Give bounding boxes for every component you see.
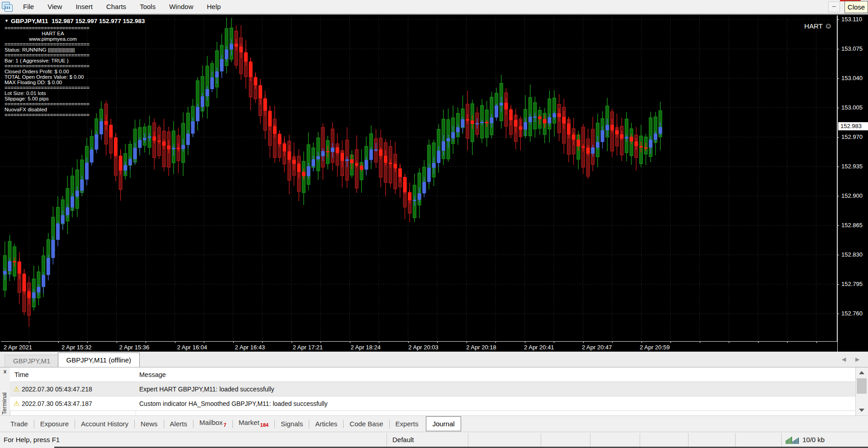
tab-badge: 7 (224, 422, 226, 428)
time-axis-label: 2 Apr 18:24 (350, 344, 381, 351)
time-axis-label: 2 Apr 16:04 (177, 344, 208, 351)
terminal-tab-account-history[interactable]: Account History (75, 418, 134, 430)
minimize-button[interactable]: – (828, 1, 840, 12)
tab-scroll-right-icon[interactable]: ▶ (855, 356, 859, 362)
connection-bars-icon (786, 436, 799, 445)
journal-row[interactable]: ⚠2022.07.30 05:43:47.187Custom indicator… (10, 396, 856, 411)
menu-item-help[interactable]: Help (200, 0, 228, 14)
time-tick (437, 342, 438, 343)
journal-time: 2022.07.30 05:43:47.218 (22, 386, 136, 393)
menu-item-file[interactable]: File (16, 0, 41, 14)
time-tick (321, 342, 321, 343)
ea-info-line: www.pimpmyea.com (5, 36, 101, 42)
time-tick (233, 342, 234, 343)
menu-item-tools[interactable]: Tools (133, 0, 162, 14)
price-tick (838, 196, 839, 196)
main-menu: FileViewInsertChartsToolsWindowHelp (16, 0, 227, 14)
price-axis-label: 152.830 (841, 251, 863, 258)
chart-window: ▼GBPJPY,M11 152.987 152.997 152.977 152.… (0, 14, 868, 352)
statusbar-separator (590, 433, 590, 448)
tab-scroll-left-icon[interactable]: ◀ (842, 356, 846, 362)
price-axis[interactable]: 153.110153.075153.040153.005152.970152.9… (837, 15, 868, 352)
time-tick (117, 342, 117, 343)
price-axis-label: 152.760 (841, 310, 863, 317)
terminal-tab-exposure[interactable]: Exposure (34, 418, 75, 430)
warning-icon: ⚠ (14, 385, 22, 393)
terminal-close-button[interactable]: x (0, 368, 10, 375)
ea-info-line: Slippage: 5.00 pips (5, 96, 101, 101)
price-axis-label: 153.005 (841, 104, 863, 111)
status-profile[interactable]: Default (392, 436, 414, 443)
terminal-tab-mailbox[interactable]: Mailbox7 (193, 416, 232, 431)
menu-item-charts[interactable]: Charts (99, 0, 133, 14)
time-axis-label: 2 Apr 20:41 (524, 344, 554, 351)
close-tooltip: Close (844, 1, 868, 13)
chart-title: ▼GBPJPY,M11 152.987 152.997 152.977 152.… (5, 18, 145, 24)
chart-plot-area[interactable]: ▼GBPJPY,M11 152.987 152.997 152.977 152.… (1, 15, 837, 342)
time-tick (612, 342, 613, 343)
terminal-tab-articles[interactable]: Articles (309, 418, 343, 430)
price-axis-label: 152.970 (841, 133, 863, 140)
price-tick (838, 314, 839, 314)
chart-tab-inactive[interactable]: GBPJPY,M1 (5, 355, 59, 367)
time-tick (87, 342, 88, 343)
terminal-tab-news[interactable]: News (135, 418, 164, 430)
terminal-tab-market[interactable]: Market184 (233, 416, 274, 431)
time-tick (554, 342, 554, 343)
time-axis[interactable]: 2 Apr 20212 Apr 15:322 Apr 15:362 Apr 16… (1, 342, 837, 352)
time-tick (700, 342, 700, 343)
candle-layer (3, 28, 662, 315)
price-tick (838, 19, 839, 20)
time-tick (525, 342, 525, 343)
time-tick (204, 342, 204, 343)
ea-info-line: ============================ (5, 25, 101, 31)
candlestick-chart (1, 15, 837, 341)
tab-badge: 184 (260, 422, 269, 428)
scrollbar-thumb[interactable] (857, 378, 867, 394)
chart-tab-active[interactable]: GBPJPY,M11 (offline) (58, 353, 140, 367)
price-tick (838, 284, 839, 285)
warning-icon: ⚠ (14, 400, 22, 408)
time-tick (262, 342, 263, 343)
menu-item-insert[interactable]: Insert (69, 0, 99, 14)
ea-info-line: Status: RUNNING |||||||||||||||||||| (5, 47, 101, 52)
ea-info-line: NuovaFX disabled (5, 107, 101, 112)
time-tick (175, 342, 175, 343)
scroll-up-icon[interactable] (859, 371, 864, 374)
menu-item-window[interactable]: Window (162, 0, 200, 14)
price-axis-label: 152.935 (841, 163, 863, 170)
price-tick (838, 78, 839, 79)
time-tick (816, 342, 817, 343)
terminal-panel-label: Terminal (1, 392, 8, 415)
time-axis-label: 2 Apr 17:21 (293, 344, 323, 351)
ea-info-line: ============================ (5, 112, 101, 118)
terminal-panel: x Terminal Time Message ⚠2022.07.30 05:4… (0, 367, 868, 415)
scroll-down-icon[interactable] (859, 409, 864, 412)
time-tick (758, 342, 759, 343)
journal-scrollbar[interactable] (855, 367, 868, 415)
terminal-tab-code-base[interactable]: Code Base (344, 418, 389, 430)
time-tick (292, 342, 292, 343)
chevron-down-icon[interactable]: ▼ (5, 19, 9, 23)
terminal-tab-trade[interactable]: Trade (5, 418, 34, 430)
time-tick (729, 342, 729, 343)
time-tick (146, 342, 146, 343)
time-axis-label: 2 Apr 20:18 (466, 344, 496, 351)
terminal-side-strip: x Terminal (0, 367, 10, 415)
menu-item-view[interactable]: View (41, 0, 69, 14)
statusbar-separator (735, 433, 736, 448)
time-tick (670, 342, 671, 343)
smiley-icon: ☺ (825, 22, 832, 30)
time-tick (29, 342, 29, 343)
journal-row[interactable]: ⚠2022.07.30 05:43:47.218Expert HART GBPJ… (10, 382, 856, 396)
terminal-tab-alerts[interactable]: Alerts (164, 418, 193, 430)
column-header-message[interactable]: Message (136, 371, 166, 378)
column-header-time[interactable]: Time (10, 371, 136, 378)
terminal-tab-journal[interactable]: Journal (426, 416, 461, 431)
chart-quotes: 152.987 152.997 152.977 152.983 (52, 18, 145, 24)
status-traffic: 10/0 kb (802, 436, 825, 443)
terminal-tab-signals[interactable]: Signals (275, 418, 309, 430)
statusbar-separator (387, 433, 387, 448)
time-tick (58, 342, 59, 343)
terminal-tab-experts[interactable]: Experts (390, 418, 425, 430)
